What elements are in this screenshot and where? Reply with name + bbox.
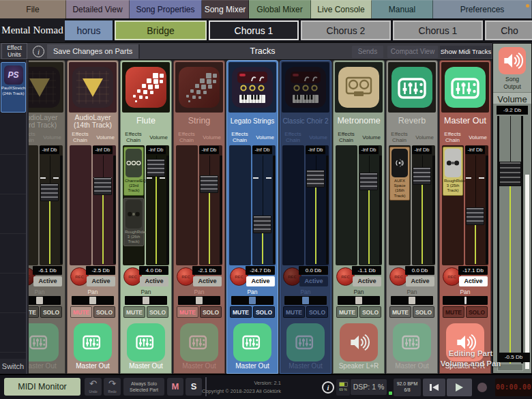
rewind-button[interactable] [423,379,445,396]
volume-fader[interactable] [200,156,218,264]
save-changes-button[interactable]: Save Changes on Parts [47,44,140,59]
active-button[interactable]: Active [459,276,488,286]
track-instrument-icon[interactable] [445,67,486,108]
undo-button[interactable]: ↶Undo [85,378,102,396]
pan-slider[interactable] [231,296,274,305]
effect-unit-roughrider-3-26th-track[interactable]: RoughRider 3 (26th Track) [123,198,144,247]
section-tab-bridge-1[interactable]: Bridge [115,20,207,40]
effects-chain-slot[interactable]: RoughRider 3 (25th Track) [442,145,464,265]
menu-tab-live-console[interactable]: Live Console [311,0,372,18]
output-destination-icon[interactable] [29,323,59,361]
solo-button[interactable]: SOLO [147,306,168,318]
menu-tab-preferences[interactable]: Preferences [433,0,532,18]
output-destination-icon[interactable] [233,323,271,361]
fader-handle[interactable] [306,170,325,188]
active-button[interactable]: Active [140,276,168,286]
mute-button[interactable]: MUTE [336,306,358,318]
track-instrument-icon[interactable] [125,67,166,108]
effects-chain-slot[interactable]: ChannelEQ (23rd Track)RoughRider 3 (26th… [123,145,145,265]
play-button[interactable] [447,379,472,396]
pan-slider[interactable] [391,296,433,305]
section-tab-cho-5[interactable]: Cho [485,20,532,40]
active-button[interactable]: Active [193,276,222,286]
compact-view-button[interactable]: Compact View [387,46,438,58]
section-tab-chorus-1-2[interactable]: Chorus 1 [209,20,299,40]
fader-handle[interactable] [200,175,218,193]
song-output-speaker-icon[interactable] [499,47,526,74]
output-destination-icon[interactable] [127,323,165,361]
record-button[interactable] [477,383,487,392]
show-midi-tracks-button[interactable]: Show Midi Tracks [440,46,492,58]
menu-tab-global-mixer[interactable]: Global Mixer [249,0,311,18]
volume-fader[interactable] [413,156,431,264]
effects-chain-slot[interactable] [29,145,38,265]
effect-unit-paulxstretch[interactable]: PS PaulXStretch (24th Track) [1,62,26,113]
output-destination-icon[interactable] [74,323,112,361]
volume-fader[interactable] [306,156,325,264]
pan-slider[interactable] [338,296,380,305]
pan-handle[interactable] [249,297,256,304]
track-instrument-icon[interactable] [72,67,113,108]
pan-handle[interactable] [355,297,362,304]
pan-handle[interactable] [36,297,43,304]
pan-handle[interactable] [89,297,96,304]
fader-handle[interactable] [93,177,112,195]
effects-chain-slot[interactable] [70,145,91,265]
volume-fader[interactable] [359,156,378,264]
solo-button[interactable]: SOLO [466,306,488,318]
pan-slider[interactable] [284,296,327,305]
solo-button[interactable]: SOLO [40,306,62,318]
active-button[interactable]: Active [299,276,328,286]
pan-handle[interactable] [196,297,203,304]
effects-chain-slot[interactable] [176,145,198,265]
volume-fader[interactable] [253,156,271,264]
effects-chain-slot[interactable]: AUFX Space (16th Track) [389,145,411,265]
menu-tab-song-mixer[interactable]: Song Mixer [202,0,249,18]
output-destination-icon[interactable] [286,323,325,361]
pan-handle[interactable] [464,297,467,304]
menu-tab-manual[interactable]: Manual [372,0,433,18]
solo-button[interactable]: SOLO [306,306,328,318]
track-instrument-icon[interactable] [285,67,326,108]
mute-button[interactable]: MUTE [230,306,252,318]
track-instrument-icon[interactable] [179,67,220,108]
volume-fader[interactable] [93,156,112,264]
mute-button[interactable]: MUTE [123,306,145,318]
effect-unit-channeleq-23rd-track[interactable]: ChannelEQ (23rd Track) [123,147,144,196]
active-button[interactable]: Active [353,276,381,286]
pan-slider[interactable] [72,296,114,305]
mute-button[interactable]: MUTE [443,306,464,318]
fader-handle[interactable] [253,216,271,233]
section-tab-horus-0[interactable]: horus [65,20,113,40]
fader-handle[interactable] [147,159,165,177]
mute-button[interactable]: MUTE [70,306,92,318]
solo-button[interactable]: SOLO [359,306,381,318]
info-icon[interactable]: i [322,381,334,394]
volume-fader[interactable] [466,156,484,264]
effect-unit-aufx-space-16th-track[interactable]: AUFX Space (16th Track) [389,147,410,201]
pan-handle[interactable] [143,297,149,304]
effects-chain-slot[interactable] [229,145,251,265]
effects-chain-slot[interactable] [336,145,357,265]
solo-button[interactable]: SOLO [413,306,434,318]
song-output-fader-handle[interactable] [499,162,521,186]
fader-handle[interactable] [40,183,59,201]
pan-handle[interactable] [302,297,309,304]
solo-button[interactable]: SOLO [93,306,115,318]
mute-button[interactable]: MUTE [283,306,305,318]
song-output-fader[interactable] [497,116,523,369]
pan-handle[interactable] [409,297,415,304]
pan-slider[interactable] [29,296,61,305]
volume-fader[interactable] [147,156,165,264]
tempo-button[interactable]: 92.0 BPM6/8 [394,379,421,396]
effect-units-button[interactable]: Effect Units [1,43,27,59]
fader-handle[interactable] [466,207,484,225]
mute-button[interactable]: MUTE [177,306,198,318]
fader-handle[interactable] [359,173,378,190]
switch-button[interactable]: Switch [0,359,26,374]
track-instrument-icon[interactable] [29,67,60,108]
solo-button[interactable]: SOLO [253,306,275,318]
mute-button[interactable]: MUTE [389,306,411,318]
effect-unit-roughrider-3-25th-track[interactable]: RoughRider 3 (25th Track) [443,147,463,196]
sends-button[interactable]: Sends [352,46,383,58]
